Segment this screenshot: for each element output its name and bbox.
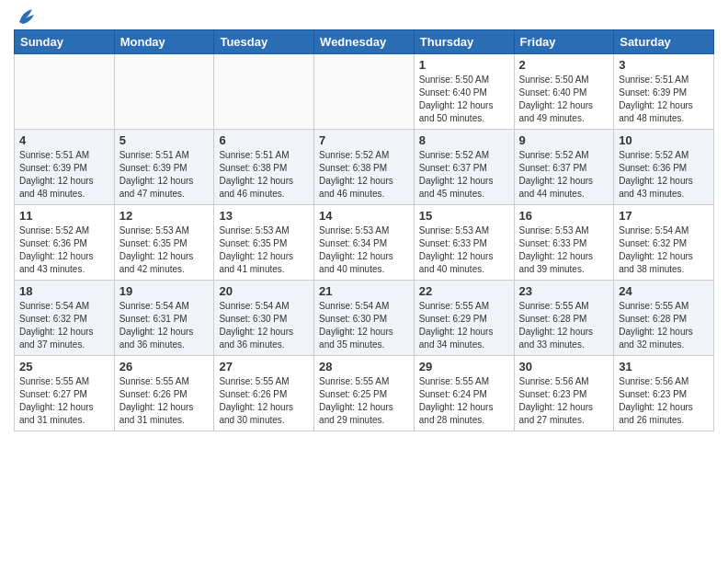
day-number: 23 (519, 284, 609, 298)
day-number: 17 (619, 209, 709, 223)
day-info: Sunrise: 5:55 AM Sunset: 6:26 PM Dayligh… (219, 375, 309, 427)
column-header-sunday: Sunday (15, 30, 115, 54)
day-info: Sunrise: 5:55 AM Sunset: 6:28 PM Dayligh… (619, 300, 709, 351)
day-info: Sunrise: 5:55 AM Sunset: 6:24 PM Dayligh… (419, 375, 509, 427)
day-number: 9 (519, 133, 609, 147)
calendar-cell: 1Sunrise: 5:50 AM Sunset: 6:40 PM Daylig… (414, 54, 514, 130)
day-number: 21 (319, 284, 409, 298)
day-number: 19 (119, 284, 210, 298)
calendar-header-row: SundayMondayTuesdayWednesdayThursdayFrid… (15, 30, 714, 54)
day-info: Sunrise: 5:52 AM Sunset: 6:36 PM Dayligh… (19, 224, 109, 276)
day-info: Sunrise: 5:52 AM Sunset: 6:36 PM Dayligh… (619, 149, 709, 201)
day-number: 28 (319, 360, 409, 373)
calendar-cell: 11Sunrise: 5:52 AM Sunset: 6:36 PM Dayli… (15, 205, 115, 281)
calendar-week-3: 11Sunrise: 5:52 AM Sunset: 6:36 PM Dayli… (15, 205, 714, 281)
day-info: Sunrise: 5:51 AM Sunset: 6:39 PM Dayligh… (619, 74, 709, 125)
calendar-cell: 17Sunrise: 5:54 AM Sunset: 6:32 PM Dayli… (614, 205, 714, 281)
calendar-cell: 10Sunrise: 5:52 AM Sunset: 6:36 PM Dayli… (614, 130, 714, 205)
day-number: 13 (219, 209, 309, 223)
column-header-wednesday: Wednesday (314, 30, 415, 54)
day-number: 22 (419, 284, 509, 298)
header (14, 9, 714, 22)
calendar-cell: 9Sunrise: 5:52 AM Sunset: 6:37 PM Daylig… (514, 130, 614, 205)
day-info: Sunrise: 5:51 AM Sunset: 6:39 PM Dayligh… (119, 149, 210, 201)
day-number: 1 (419, 58, 509, 72)
calendar-cell: 27Sunrise: 5:55 AM Sunset: 6:26 PM Dayli… (214, 356, 314, 431)
logo (14, 9, 36, 22)
day-info: Sunrise: 5:52 AM Sunset: 6:38 PM Dayligh… (319, 149, 409, 201)
day-number: 29 (419, 360, 509, 373)
calendar-week-5: 25Sunrise: 5:55 AM Sunset: 6:27 PM Dayli… (15, 356, 714, 431)
calendar-cell (15, 54, 115, 130)
calendar-cell: 3Sunrise: 5:51 AM Sunset: 6:39 PM Daylig… (614, 54, 714, 130)
day-info: Sunrise: 5:54 AM Sunset: 6:30 PM Dayligh… (219, 300, 309, 351)
day-info: Sunrise: 5:52 AM Sunset: 6:37 PM Dayligh… (419, 149, 509, 201)
calendar-cell (114, 54, 214, 130)
day-info: Sunrise: 5:54 AM Sunset: 6:32 PM Dayligh… (19, 300, 109, 351)
day-info: Sunrise: 5:53 AM Sunset: 6:33 PM Dayligh… (519, 224, 609, 276)
calendar-cell: 28Sunrise: 5:55 AM Sunset: 6:25 PM Dayli… (314, 356, 415, 431)
day-number: 31 (619, 360, 709, 373)
day-number: 20 (219, 284, 309, 298)
calendar-cell: 26Sunrise: 5:55 AM Sunset: 6:26 PM Dayli… (114, 356, 214, 431)
day-number: 7 (319, 133, 409, 147)
calendar-cell (214, 54, 314, 130)
calendar-week-1: 1Sunrise: 5:50 AM Sunset: 6:40 PM Daylig… (15, 54, 714, 130)
day-number: 16 (519, 209, 609, 223)
calendar-cell: 12Sunrise: 5:53 AM Sunset: 6:35 PM Dayli… (114, 205, 214, 281)
calendar-cell (314, 54, 415, 130)
day-number: 8 (419, 133, 509, 147)
day-number: 27 (219, 360, 309, 373)
day-number: 12 (119, 209, 210, 223)
calendar-week-2: 4Sunrise: 5:51 AM Sunset: 6:39 PM Daylig… (15, 130, 714, 205)
calendar-cell: 2Sunrise: 5:50 AM Sunset: 6:40 PM Daylig… (514, 54, 614, 130)
calendar-cell: 4Sunrise: 5:51 AM Sunset: 6:39 PM Daylig… (15, 130, 115, 205)
calendar-cell: 19Sunrise: 5:54 AM Sunset: 6:31 PM Dayli… (114, 281, 214, 356)
calendar-cell: 8Sunrise: 5:52 AM Sunset: 6:37 PM Daylig… (414, 130, 514, 205)
calendar-cell: 22Sunrise: 5:55 AM Sunset: 6:29 PM Dayli… (414, 281, 514, 356)
day-number: 14 (319, 209, 409, 223)
calendar-cell: 24Sunrise: 5:55 AM Sunset: 6:28 PM Dayli… (614, 281, 714, 356)
calendar-cell: 25Sunrise: 5:55 AM Sunset: 6:27 PM Dayli… (15, 356, 115, 431)
calendar-cell: 14Sunrise: 5:53 AM Sunset: 6:34 PM Dayli… (314, 205, 415, 281)
column-header-saturday: Saturday (614, 30, 714, 54)
day-info: Sunrise: 5:54 AM Sunset: 6:32 PM Dayligh… (619, 224, 709, 276)
calendar-cell: 30Sunrise: 5:56 AM Sunset: 6:23 PM Dayli… (514, 356, 614, 431)
day-info: Sunrise: 5:56 AM Sunset: 6:23 PM Dayligh… (519, 375, 609, 427)
day-number: 4 (19, 133, 109, 147)
day-info: Sunrise: 5:53 AM Sunset: 6:33 PM Dayligh… (419, 224, 509, 276)
day-number: 3 (619, 58, 709, 72)
calendar-table: SundayMondayTuesdayWednesdayThursdayFrid… (14, 29, 714, 431)
column-header-tuesday: Tuesday (214, 30, 314, 54)
calendar-week-4: 18Sunrise: 5:54 AM Sunset: 6:32 PM Dayli… (15, 281, 714, 356)
day-info: Sunrise: 5:56 AM Sunset: 6:23 PM Dayligh… (619, 375, 709, 427)
calendar-cell: 7Sunrise: 5:52 AM Sunset: 6:38 PM Daylig… (314, 130, 415, 205)
day-number: 15 (419, 209, 509, 223)
day-number: 24 (619, 284, 709, 298)
day-info: Sunrise: 5:55 AM Sunset: 6:27 PM Dayligh… (19, 375, 109, 427)
page-container: SundayMondayTuesdayWednesdayThursdayFrid… (0, 0, 728, 441)
day-number: 18 (19, 284, 109, 298)
calendar-cell: 31Sunrise: 5:56 AM Sunset: 6:23 PM Dayli… (614, 356, 714, 431)
calendar-cell: 23Sunrise: 5:55 AM Sunset: 6:28 PM Dayli… (514, 281, 614, 356)
day-info: Sunrise: 5:55 AM Sunset: 6:29 PM Dayligh… (419, 300, 509, 351)
day-info: Sunrise: 5:53 AM Sunset: 6:34 PM Dayligh… (319, 224, 409, 276)
day-info: Sunrise: 5:53 AM Sunset: 6:35 PM Dayligh… (219, 224, 309, 276)
day-info: Sunrise: 5:54 AM Sunset: 6:30 PM Dayligh… (319, 300, 409, 351)
day-info: Sunrise: 5:50 AM Sunset: 6:40 PM Dayligh… (519, 74, 609, 125)
calendar-cell: 18Sunrise: 5:54 AM Sunset: 6:32 PM Dayli… (15, 281, 115, 356)
day-number: 5 (119, 133, 210, 147)
day-number: 26 (119, 360, 210, 373)
day-number: 6 (219, 133, 309, 147)
calendar-cell: 5Sunrise: 5:51 AM Sunset: 6:39 PM Daylig… (114, 130, 214, 205)
column-header-monday: Monday (114, 30, 214, 54)
column-header-thursday: Thursday (414, 30, 514, 54)
calendar-cell: 13Sunrise: 5:53 AM Sunset: 6:35 PM Dayli… (214, 205, 314, 281)
calendar-cell: 16Sunrise: 5:53 AM Sunset: 6:33 PM Dayli… (514, 205, 614, 281)
day-info: Sunrise: 5:53 AM Sunset: 6:35 PM Dayligh… (119, 224, 210, 276)
day-number: 11 (19, 209, 109, 223)
day-info: Sunrise: 5:55 AM Sunset: 6:26 PM Dayligh… (119, 375, 210, 427)
day-number: 2 (519, 58, 609, 72)
day-info: Sunrise: 5:54 AM Sunset: 6:31 PM Dayligh… (119, 300, 210, 351)
calendar-cell: 6Sunrise: 5:51 AM Sunset: 6:38 PM Daylig… (214, 130, 314, 205)
